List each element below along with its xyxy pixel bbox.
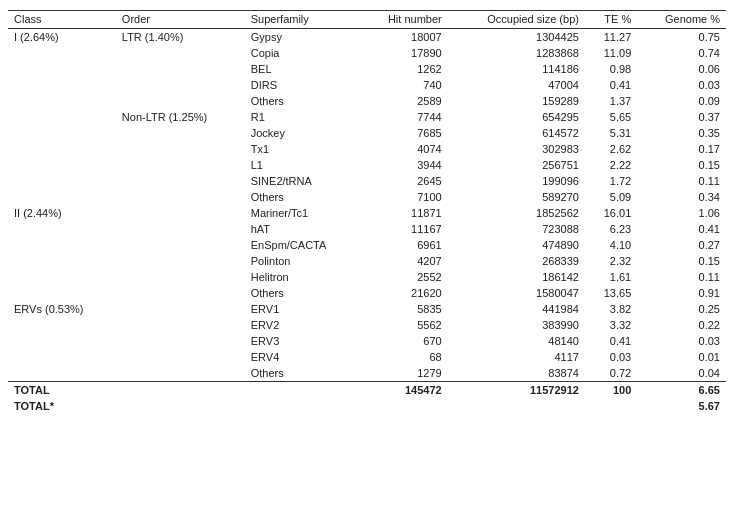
- total-row: TOTAL145472115729121006.65: [8, 382, 726, 399]
- table-row: Others21620158004713.650.91: [8, 285, 726, 301]
- header-class: Class: [8, 11, 116, 29]
- header-occupied-size: Occupied size (bp): [448, 11, 585, 29]
- table-row: I (2.64%)LTR (1.40%)Gypsy18007130442511.…: [8, 29, 726, 46]
- header-hit-number: Hit number: [361, 11, 448, 29]
- total-star-row: TOTAL*5.67: [8, 398, 726, 414]
- table-row: ERVs (0.53%)ERV158354419843.820.25: [8, 301, 726, 317]
- table-row: ERV46841170.030.01: [8, 349, 726, 365]
- header-te-percent: TE %: [585, 11, 637, 29]
- table-row: Non-LTR (1.25%)R177446542955.650.37: [8, 109, 726, 125]
- table-row: Copia17890128386811.090.74: [8, 45, 726, 61]
- header-genome-percent: Genome %: [637, 11, 726, 29]
- table-row: SINE2/tRNA26451990961.720.11: [8, 173, 726, 189]
- table-row: Others71005892705.090.34: [8, 189, 726, 205]
- table-row: II (2.44%)Mariner/Tc111871185256216.011.…: [8, 205, 726, 221]
- table-row: Others25891592891.370.09: [8, 93, 726, 109]
- table-row: Others1279838740.720.04: [8, 365, 726, 382]
- header-superfamily: Superfamily: [245, 11, 361, 29]
- table-row: ERV3670481400.410.03: [8, 333, 726, 349]
- table-row: Jockey76856145725.310.35: [8, 125, 726, 141]
- header-order: Order: [116, 11, 245, 29]
- table-row: Tx140743029832.620.17: [8, 141, 726, 157]
- table-row: ERV255623839903.320.22: [8, 317, 726, 333]
- table-row: Helitron25521861421.610.11: [8, 269, 726, 285]
- table-row: L139442567512.220.15: [8, 157, 726, 173]
- te-table: Class Order Superfamily Hit number Occup…: [8, 10, 726, 414]
- table-row: hAT111677230886.230.41: [8, 221, 726, 237]
- table-row: EnSpm/CACTA69614748904.100.27: [8, 237, 726, 253]
- table-row: Polinton42072683392.320.15: [8, 253, 726, 269]
- table-row: BEL12621141860.980.06: [8, 61, 726, 77]
- table-row: DIRS740470040.410.03: [8, 77, 726, 93]
